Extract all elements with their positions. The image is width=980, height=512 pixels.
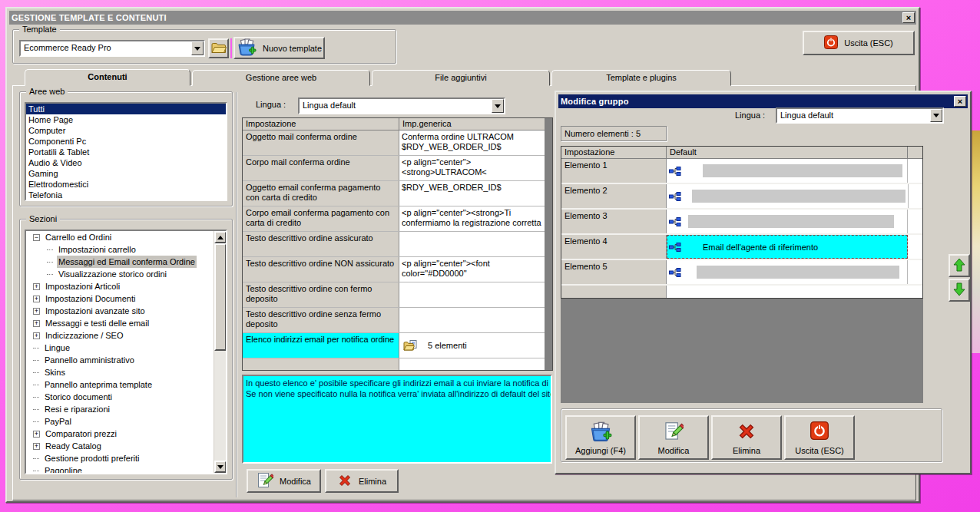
move-up-button[interactable] — [949, 254, 970, 277]
table-row[interactable]: Testo descrittivo ordine con fermo depos… — [243, 282, 545, 308]
tree-item[interactable]: Visualizzazione storico ordini — [26, 268, 214, 280]
tree-expand-icon[interactable] — [33, 234, 40, 241]
table-row[interactable]: Testo descrittivo ordine assicurato — [243, 232, 545, 257]
tree-item[interactable]: Ready Catalog — [26, 440, 214, 452]
tree-item[interactable]: Carrello ed Ordini — [26, 231, 214, 243]
table-row[interactable]: Elemento 1 — [561, 159, 922, 184]
tree-expand-icon[interactable] — [33, 431, 40, 438]
tab-contenuti[interactable]: Contenuti — [25, 69, 190, 86]
scroll-down-button[interactable] — [214, 461, 227, 473]
main-window-title: GESTIONE TEMPLATE E CONTENUTI — [12, 13, 167, 22]
tree-item[interactable]: Pannello anteprima template — [26, 378, 214, 391]
edit-icon — [664, 421, 684, 443]
combo-dropdown-button[interactable] — [492, 99, 504, 113]
list-item[interactable]: Home Page — [26, 114, 226, 125]
tree-item[interactable]: Storico documenti — [26, 391, 214, 403]
list-item[interactable]: Telefonia — [26, 190, 226, 200]
tree-item[interactable]: Comparatori prezzi — [26, 428, 214, 440]
table-row[interactable]: Testo descrittivo ordine senza fermo dep… — [243, 308, 545, 333]
scroll-up-button[interactable] — [214, 231, 227, 243]
table-row[interactable]: Oggetto mail conferma ordine Conferma or… — [243, 130, 545, 156]
tab-file-aggiuntivi[interactable]: File aggiuntivi — [372, 70, 550, 86]
main-titlebar[interactable]: GESTIONE TEMPLATE E CONTENUTI — [9, 11, 916, 25]
table-row[interactable]: Elenco indirizzi email per notifica ordi… — [243, 333, 545, 358]
tree-item-label: Impostazioni avanzate sito — [44, 305, 147, 317]
tree-item[interactable]: Messaggi ed Email conferma Ordine — [26, 256, 214, 268]
tree-item[interactable]: Lingue — [26, 342, 214, 354]
list-item[interactable]: Componenti Pc — [26, 136, 226, 147]
tree-expand-icon[interactable] — [33, 320, 40, 327]
list-item[interactable]: Gaming — [26, 168, 226, 179]
table-row[interactable]: Corpo mail conferma ordine <p align="cen… — [243, 156, 545, 181]
scrollbar-thumb[interactable] — [214, 243, 227, 351]
tree-expand-icon[interactable] — [33, 421, 39, 422]
tree-expand-icon[interactable] — [33, 471, 39, 471]
combo-dropdown-button[interactable] — [191, 41, 204, 55]
delete-button[interactable]: Elimina — [711, 415, 782, 460]
tree-scrollbar[interactable] — [214, 231, 226, 473]
tree-item[interactable]: Pannello amministrativo — [26, 354, 214, 366]
tree-expand-icon[interactable] — [33, 296, 40, 302]
template-combobox[interactable]: Ecommerce Ready Pro — [19, 40, 205, 57]
tree-item[interactable]: Gestione prodotti preferiti — [26, 452, 214, 464]
tree-expand-icon[interactable] — [33, 385, 39, 385]
tree-expand-icon[interactable] — [33, 443, 40, 450]
tree-item[interactable]: Impostazioni Documenti — [26, 292, 214, 305]
table-row[interactable]: Elemento 2 — [561, 184, 922, 210]
tree-expand-icon[interactable] — [47, 274, 53, 275]
tree-expand-icon[interactable] — [47, 262, 53, 263]
tree-expand-icon[interactable] — [33, 308, 40, 315]
list-item[interactable]: Computer — [26, 125, 226, 136]
dialog-lingua-combobox[interactable]: Lingua default — [776, 107, 944, 124]
table-row[interactable]: Oggetto email conferma pagamento con car… — [243, 181, 545, 206]
list-item[interactable]: Portatili & Tablet — [26, 147, 226, 157]
tree-expand-icon[interactable] — [33, 409, 39, 410]
tree-item[interactable]: Resi e riparazioni — [26, 403, 214, 415]
tree-item[interactable]: Messaggi e testi delle email — [26, 317, 214, 329]
table-row[interactable]: Elemento 3 — [561, 210, 922, 235]
table-scroll-strip[interactable] — [545, 118, 552, 370]
new-template-button[interactable]: Nuovo template — [233, 37, 325, 59]
dialog-close-button[interactable] — [954, 96, 966, 107]
tree-expand-icon[interactable] — [33, 348, 39, 348]
tab-gestione-aree-web[interactable]: Gestione aree web — [192, 70, 370, 86]
tree-expand-icon[interactable] — [33, 360, 39, 361]
main-close-button[interactable] — [902, 12, 915, 23]
aree-web-listbox[interactable]: TuttiHome PageComputerComponenti PcPorta… — [25, 102, 227, 201]
tree-item[interactable]: Indicizzazione / SEO — [26, 329, 214, 342]
move-down-button[interactable] — [949, 279, 970, 302]
tree-item[interactable]: Skins — [26, 366, 214, 378]
tree-expand-icon[interactable] — [33, 397, 39, 398]
delete-button[interactable]: Elimina — [325, 469, 399, 493]
tree-expand-icon[interactable] — [33, 458, 39, 459]
table-row[interactable]: Corpo email conferma pagamento con carta… — [243, 206, 545, 232]
list-item[interactable]: Audio & Video — [26, 157, 226, 168]
lingua-combobox[interactable]: Lingua default — [298, 97, 505, 114]
modify-button[interactable]: Modifica — [247, 469, 321, 493]
add-button[interactable]: Aggiungi (F4) — [565, 415, 636, 460]
tree-item[interactable]: Impostazioni Articoli — [26, 280, 214, 292]
tree-expand-icon[interactable] — [33, 372, 39, 373]
tab-template-e-plugins[interactable]: Template e plugins — [551, 70, 731, 86]
tree-item[interactable]: PayPal — [26, 415, 214, 428]
tree-expand-icon[interactable] — [33, 332, 40, 339]
table-row[interactable]: Elemento 5 — [561, 260, 922, 286]
modify-button[interactable]: Modifica — [638, 415, 709, 460]
list-item[interactable]: Elettrodomestici — [26, 179, 226, 190]
tree-expand-icon[interactable] — [47, 249, 53, 250]
dialog-button-group: Aggiungi (F4) Modifica Elimina Uscita (E… — [561, 408, 942, 462]
tree-item[interactable]: Impostazioni avanzate sito — [26, 305, 214, 317]
exit-button[interactable]: Uscita (ESC) — [803, 31, 915, 55]
exit-button[interactable]: Uscita (ESC) — [784, 415, 855, 460]
combo-dropdown-button[interactable] — [930, 109, 942, 122]
open-template-button[interactable] — [208, 38, 229, 58]
tree-expand-icon[interactable] — [33, 283, 40, 290]
list-item[interactable]: Tutti — [26, 104, 226, 114]
table-row[interactable]: Testo descrittivo ordine NON assicurato … — [243, 257, 545, 282]
dialog-titlebar[interactable]: Modifica gruppo — [558, 94, 968, 108]
column-header: Default — [667, 147, 908, 159]
tree-item[interactable]: Pagonline — [26, 464, 214, 473]
table-row[interactable]: Elemento 4 Email dell'agente di riferime… — [561, 235, 922, 260]
sezioni-tree[interactable]: Carrello ed Ordini Impostazioni carrello… — [25, 230, 227, 474]
tree-item[interactable]: Impostazioni carrello — [26, 243, 214, 256]
